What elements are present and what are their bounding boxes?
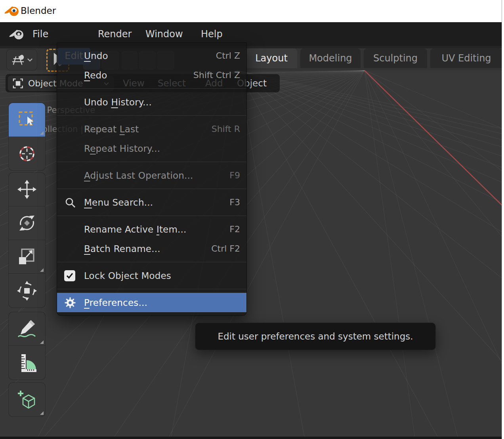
toolbar-group-annotate xyxy=(9,312,45,380)
x-axis-line xyxy=(365,71,502,209)
menu-item-adjust-last-operation[interactable]: Adjust Last Operation... F9 xyxy=(57,166,246,185)
chevron-down-icon xyxy=(27,58,33,62)
gear-icon xyxy=(64,297,76,309)
blender-window: Blender File Edit Render Window Help Lay… xyxy=(0,0,504,439)
window-right-border xyxy=(502,0,504,439)
menu-item-undo[interactable]: Undo Ctrl Z xyxy=(57,46,246,65)
menu-item-undo-history[interactable]: Undo History... xyxy=(57,92,246,112)
menu-item-repeat-last[interactable]: Repeat Last Shift R xyxy=(57,119,246,139)
move-icon xyxy=(17,179,37,200)
toolbar-group-select xyxy=(9,103,45,170)
tool-rotate[interactable] xyxy=(9,206,45,240)
workspace-tab-modeling[interactable]: Modeling xyxy=(300,48,361,68)
tool-measure[interactable] xyxy=(9,346,45,380)
tooltip: Edit user preferences and system setting… xyxy=(195,323,436,350)
menu-item-menu-search[interactable]: Menu Search... F3 xyxy=(57,193,246,212)
workspace-tab-uv-editing[interactable]: UV Editing xyxy=(430,48,502,68)
rotate-icon xyxy=(17,213,37,233)
edit-menu-dropdown: Undo Ctrl Z Redo Shift Ctrl Z Undo Histo… xyxy=(57,42,247,316)
search-icon xyxy=(64,197,76,208)
menu-separator xyxy=(57,158,246,166)
tool-scale[interactable] xyxy=(9,240,45,274)
menu-separator xyxy=(57,258,246,266)
menu-separator xyxy=(57,85,246,92)
menu-item-batch-rename[interactable]: Batch Rename... Ctrl F2 xyxy=(57,239,246,258)
select-box-icon xyxy=(18,111,36,129)
menu-item-lock-object-modes[interactable]: Lock Object Modes xyxy=(57,266,246,285)
toolbar-group-transform xyxy=(9,173,45,307)
transform-icon xyxy=(17,281,37,301)
toolbar-group-add xyxy=(9,383,45,416)
annotate-pencil-icon xyxy=(17,319,37,339)
menu-item-rename-active-item[interactable]: Rename Active Item... F2 xyxy=(57,220,246,239)
checkbox-checked-icon[interactable] xyxy=(64,270,75,281)
measure-icon xyxy=(17,353,37,373)
tool-transform[interactable] xyxy=(9,274,45,307)
cursor-tool-icon xyxy=(17,143,37,164)
tool-cursor[interactable] xyxy=(9,137,45,170)
tool-add-cube[interactable] xyxy=(9,383,45,416)
workspace-tab-sculpting[interactable]: Sculpting xyxy=(364,48,427,68)
menu-item-repeat-history[interactable]: Repeat History... xyxy=(57,139,246,158)
3d-viewport-editor-icon xyxy=(11,53,25,66)
editor-type-selector[interactable] xyxy=(6,49,37,71)
tool-move[interactable] xyxy=(9,173,45,206)
menu-item-redo[interactable]: Redo Shift Ctrl Z xyxy=(57,65,246,85)
menu-separator xyxy=(57,212,246,220)
os-titlebar: Blender xyxy=(0,0,504,22)
statusbar-edge xyxy=(0,437,502,439)
tool-select-box[interactable] xyxy=(9,103,45,137)
tooltip-text: Edit user preferences and system setting… xyxy=(218,331,413,342)
object-mode-icon xyxy=(13,78,23,89)
menu-item-preferences[interactable]: Preferences... xyxy=(57,293,246,312)
tool-annotate[interactable] xyxy=(9,312,45,346)
window-title: Blender xyxy=(21,6,56,16)
add-cube-icon xyxy=(17,389,37,410)
blender-logo-icon xyxy=(4,4,20,18)
blender-app-menu-icon[interactable] xyxy=(9,27,25,41)
workspace-tab-layout[interactable]: Layout xyxy=(246,48,297,68)
menu-separator xyxy=(57,185,246,193)
menu-separator xyxy=(57,285,246,293)
menubar-file[interactable]: File xyxy=(32,22,48,46)
menu-separator xyxy=(57,112,246,119)
scale-icon xyxy=(17,246,37,267)
